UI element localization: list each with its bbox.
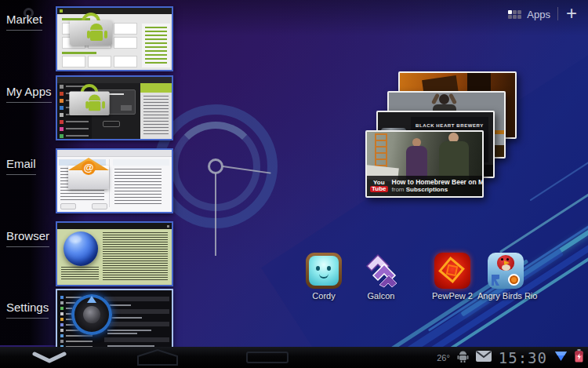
status-cluster[interactable]: 26° 15:30 — [437, 347, 583, 368]
video-person — [439, 141, 469, 180]
task-thumbnail-settings[interactable] — [56, 289, 173, 354]
youtube-widget-card-front[interactable]: You Tube How to Homebrew Beer on M... fr… — [365, 130, 484, 198]
browser-thumb-toolbar — [57, 223, 172, 229]
youtube-info-bar: You Tube How to Homebrew Beer on M... fr… — [367, 176, 482, 196]
shortcut-label: Galcon — [353, 291, 409, 301]
task-thumbnail-my-apps[interactable] — [56, 75, 173, 140]
apps-grid-icon — [508, 10, 521, 19]
email-envelope-icon: @ — [68, 158, 109, 189]
clock-time: 15:30 — [499, 349, 547, 366]
angry-birds-rio-icon — [488, 253, 524, 289]
shortcut-cordy[interactable]: Cordy — [296, 253, 352, 301]
youtube-logo-icon: You Tube — [370, 180, 388, 192]
settings-dial-icon — [71, 294, 112, 335]
cordy-icon — [306, 253, 342, 289]
system-bar: 26° 15:30 — [0, 347, 588, 368]
settings-thumb-panel — [104, 295, 169, 351]
task-label-market: Market — [6, 13, 42, 31]
email-thumb-reading-pane — [109, 159, 169, 207]
task-label-email: Email — [6, 157, 36, 175]
video-person — [406, 146, 427, 179]
market-bag-icon — [69, 84, 109, 117]
galcon-icon — [363, 253, 399, 289]
task-label-my-apps: My Apps — [6, 85, 52, 103]
honeycomb-recent-apps-screen: Google Apps + Market My Apps Email Brows… — [0, 0, 588, 368]
shortcut-galcon[interactable]: Galcon — [353, 253, 409, 301]
shortcut-pewpew-2[interactable]: PewPew 2 — [424, 253, 481, 301]
shortcut-label: Cordy — [296, 291, 352, 301]
recent-apps-button[interactable] — [245, 351, 290, 364]
my-apps-thumb-panel — [140, 83, 172, 139]
video-from-label: from — [392, 186, 405, 193]
android-notification-icon — [457, 350, 469, 366]
market-bag-icon — [70, 13, 112, 47]
apps-button[interactable]: Apps — [508, 5, 550, 24]
topbar-divider — [557, 7, 558, 20]
market-thumb-sidebar — [142, 24, 170, 67]
video-source: Subscriptions — [406, 186, 448, 193]
add-button[interactable]: + — [561, 2, 582, 25]
video-ladder — [375, 133, 387, 168]
brewery-sign-text: BLACK HEART BREWERY — [411, 123, 488, 128]
battery-icon — [575, 349, 583, 366]
wifi-icon — [554, 351, 568, 365]
task-thumbnail-email[interactable]: @ — [56, 148, 173, 213]
browser-globe-icon — [64, 231, 98, 266]
back-button[interactable] — [31, 352, 67, 364]
task-label-settings: Settings — [6, 301, 49, 319]
email-at-icon: @ — [82, 161, 96, 175]
video-person — [439, 94, 449, 104]
home-button[interactable] — [132, 349, 183, 366]
shortcut-angry-birds-rio[interactable]: Angry Birds Rio — [477, 253, 534, 301]
task-label-browser: Browser — [6, 229, 49, 247]
shortcut-label: PewPew 2 — [424, 291, 481, 301]
pewpew-icon — [434, 253, 470, 289]
apps-button-label: Apps — [527, 9, 550, 20]
shortcut-label: Angry Birds Rio — [477, 291, 534, 301]
task-thumbnail-browser[interactable] — [56, 221, 173, 286]
video-title: How to Homebrew Beer on M... — [392, 178, 484, 187]
email-notification-icon — [476, 351, 492, 365]
task-thumbnail-market[interactable] — [56, 6, 173, 71]
temperature-text: 26° — [437, 353, 450, 363]
